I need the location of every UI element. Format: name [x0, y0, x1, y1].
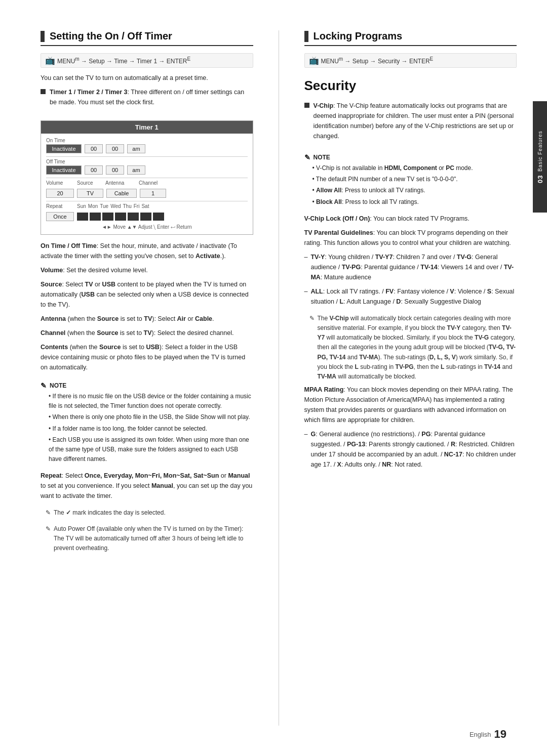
chapter-label: Basic Features [537, 131, 543, 172]
left-note-bullets: If there is no music file on the USB dev… [41, 392, 253, 464]
day-box-sun [77, 213, 88, 221]
auto-power-note: ✎ Auto Power Off (available only when th… [46, 524, 253, 554]
off-time-row: Inactivate 00 00 am [46, 165, 248, 175]
antenna-val: Cable [106, 189, 137, 198]
chapter-number: 03 [536, 175, 544, 183]
timer-divider-2 [46, 178, 248, 178]
day-tue: Tue [100, 203, 108, 209]
on-off-time-text: On Time / Off Time: Set the hour, minute… [41, 241, 253, 261]
vchip-bullet-square [304, 103, 309, 108]
tv-rating-1-text: TV-Y: Young children / TV-Y7: Children 7… [310, 252, 517, 282]
left-section-header: Setting the On / Off Timer [41, 30, 253, 46]
day-thu: Thu [123, 203, 132, 209]
channel-text: Channel (when the Source is set to TV): … [41, 328, 253, 338]
vchip-lock-label: V-Chip Lock (Off / On) [304, 215, 370, 222]
on-time-m: 00 [106, 144, 124, 153]
repeat-text: Repeat: Select Once, Everyday, Mon~Fri, … [41, 471, 253, 501]
day-box-wed [115, 213, 126, 221]
repeat-val-row: Once [46, 212, 248, 221]
left-note-header: ✎ NOTE [41, 382, 253, 390]
off-time-h: 00 [85, 165, 103, 175]
channel-label: Channel [139, 180, 164, 186]
menu-icon-right: 📺 [309, 56, 319, 65]
timer-bullet: Timer 1 / Timer 2 / Timer 3: Three diffe… [41, 87, 253, 111]
left-note-section: ✎ NOTE If there is no music file on the … [41, 382, 253, 466]
page-footer: English 19 [470, 728, 506, 741]
tv-parental-text: TV Parental Guidelines: You can block TV… [304, 228, 517, 248]
mpaa-ratings-text: G: General audience (no restrictions). /… [310, 429, 517, 470]
on-time-ampm: am [127, 144, 145, 153]
bullet-square-icon [41, 89, 46, 94]
antenna-bold: Antenna [41, 315, 66, 322]
day-fri: Fri [134, 203, 140, 209]
source-text: Source: Select TV or USB content to be p… [41, 279, 253, 310]
day-box-fri [140, 213, 151, 221]
vchip-indent-note: ✎ The V-Chip will automatically block ce… [309, 314, 517, 382]
day-box-thu [128, 213, 139, 221]
day-box-sat [153, 213, 164, 221]
timer-divider-1 [46, 156, 248, 157]
menu-icon-left: 📺 [45, 56, 55, 65]
day-sat: Sat [141, 203, 149, 209]
sidebar-chapter-tab: 03 Basic Features [533, 101, 547, 213]
mpaa-rating-text: MPAA Rating: You can block movies depend… [304, 385, 517, 425]
vol-src-ant-ch-values: 20 TV Cable 1 [46, 189, 248, 198]
checkmark-pencil-icon: ✎ [46, 508, 51, 518]
mpaa-label: MPAA Rating [304, 386, 344, 393]
volume-bold: Volume [41, 267, 63, 274]
left-menu-path: 📺 MENUm → Setup → Time → Timer 1 → ENTER… [41, 53, 253, 68]
timer-bullet-text: Timer 1 / Timer 2 / Timer 3: Three diffe… [50, 87, 253, 107]
right-section-header: Locking Programs [304, 30, 517, 46]
language-label: English [470, 731, 491, 738]
volume-text: Volume: Set the desired volume level. [41, 265, 253, 275]
timer-divider-3 [46, 201, 248, 201]
right-note-item-3: Allow All: Press to unlock all TV rating… [312, 186, 517, 195]
vchip-text: V-Chip: The V-Chip feature automatically… [314, 101, 517, 141]
page-number: 19 [494, 728, 506, 741]
column-divider [279, 30, 279, 726]
on-time-row: Inactivate 00 00 am [46, 144, 248, 153]
left-note-label: NOTE [50, 382, 66, 389]
dash-2: – [304, 286, 308, 307]
right-note-item-1: V-Chip is not available in HDMI, Compone… [312, 163, 517, 173]
on-off-label: On Time / Off Time [41, 242, 97, 249]
day-box-tue [102, 213, 113, 221]
volume-label: Volume [46, 180, 74, 186]
day-mon: Mon [88, 203, 98, 209]
right-note-item-4: Block All: Press to lock all TV ratings. [312, 197, 517, 207]
antenna-text: Antenna (when the Source is set to TV): … [41, 314, 253, 324]
day-sun: Sun [77, 203, 86, 209]
security-title: Security [304, 78, 517, 94]
day-wed: Wed [110, 203, 121, 209]
checkmark-note: ✎ The ✓ mark indicates the day is select… [46, 508, 253, 518]
checkmark-text: The ✓ mark indicates the day is selected… [54, 508, 166, 518]
volume-val: 20 [46, 189, 74, 198]
auto-power-pencil-icon: ✎ [46, 524, 51, 554]
repeat-label: Repeat [46, 203, 74, 209]
off-time-m: 00 [106, 165, 124, 175]
repeat-val: Once [46, 212, 74, 221]
vchip-note-text: The V-Chip will automatically block cert… [318, 314, 517, 382]
timer-box: Timer 1 On Time Inactivate 00 00 am Off … [41, 120, 253, 235]
tv-parental-label: TV Parental Guidelines [304, 229, 373, 236]
source-bold: Source [41, 281, 62, 288]
vol-src-ant-ch-headers: Volume Source Antenna Channel [46, 180, 248, 186]
on-time-h: 00 [85, 144, 103, 153]
right-note-label: NOTE [314, 154, 330, 161]
on-time-inactivate: Inactivate [46, 144, 82, 153]
note-item-1: If there is no music file on the USB dev… [49, 392, 253, 411]
nav-hint: ◄► Move ▲▼ Adjust ⧹ Enter ↩ Return [46, 224, 248, 230]
source-val: TV [77, 189, 103, 198]
timer-bullet-label: Timer 1 / Timer 2 / Timer 3 [50, 89, 128, 96]
right-note-item-2: The default PIN number of a new TV set i… [312, 175, 517, 184]
note-item-2: When there is only one photo file in the… [49, 412, 253, 422]
repeat-bold: Repeat [41, 472, 62, 479]
header-bar-left [41, 31, 45, 42]
vchip-label: V-Chip [314, 102, 334, 109]
dash-1: – [304, 252, 308, 282]
channel-bold: Channel [41, 329, 65, 337]
right-section-title: Locking Programs [314, 30, 403, 42]
note-item-4: Each USB you use is assigned its own fol… [49, 435, 253, 465]
vchip-lock-text: V-Chip Lock (Off / On): You can block ra… [304, 214, 517, 224]
note-pencil-icon: ✎ [41, 382, 47, 390]
